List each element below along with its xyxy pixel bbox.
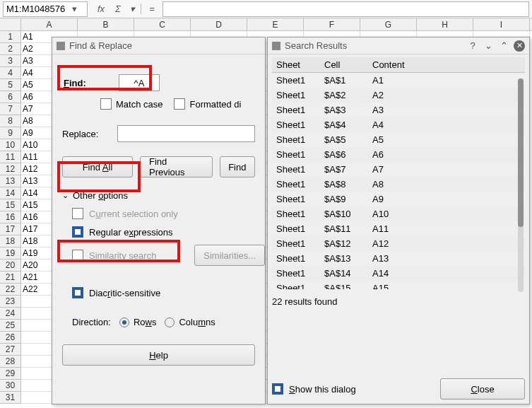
match-case-checkbox[interactable]: Match case bbox=[100, 98, 162, 110]
row-header[interactable]: 4 bbox=[0, 67, 21, 79]
collapse-icon[interactable]: ⌄ bbox=[483, 40, 494, 51]
col-header[interactable]: E bbox=[247, 18, 304, 30]
row-header[interactable]: 11 bbox=[0, 151, 21, 163]
rows-radio[interactable]: Rows bbox=[119, 317, 157, 327]
row-header[interactable]: 3 bbox=[0, 55, 21, 67]
close-icon[interactable]: ✕ bbox=[514, 40, 525, 52]
row-header[interactable]: 17 bbox=[0, 223, 21, 235]
row-header[interactable]: 25 bbox=[0, 320, 21, 332]
row-header[interactable]: 10 bbox=[0, 139, 21, 151]
other-options-toggle[interactable]: ⌄ Other options bbox=[62, 190, 255, 201]
chevron-down-icon[interactable]: ▾ bbox=[65, 4, 84, 14]
row-header[interactable]: 26 bbox=[0, 332, 21, 344]
replace-label: Replace: bbox=[62, 129, 112, 139]
result-row[interactable]: Sheet1$A$2A2 bbox=[272, 88, 525, 103]
result-row[interactable]: Sheet1$A$11A11 bbox=[272, 221, 525, 236]
row-header[interactable]: 9 bbox=[0, 127, 21, 139]
result-row[interactable]: Sheet1$A$6A6 bbox=[272, 147, 525, 162]
result-row[interactable]: Sheet1$A$5A5 bbox=[272, 132, 525, 147]
row-header[interactable]: 16 bbox=[0, 211, 21, 223]
equals-icon[interactable]: = bbox=[146, 4, 158, 14]
row-header[interactable]: 15 bbox=[0, 199, 21, 211]
scrollbar[interactable] bbox=[518, 78, 524, 292]
find-next-button[interactable]: Find bbox=[220, 156, 255, 177]
row-header[interactable]: 24 bbox=[0, 308, 21, 320]
regex-checkbox[interactable]: Regular expressions bbox=[72, 226, 255, 238]
col-header[interactable]: D bbox=[191, 18, 247, 30]
fx-icon[interactable]: fx bbox=[95, 4, 107, 14]
select-all-corner[interactable] bbox=[0, 18, 21, 30]
results-rows: Sheet1$A$1A1Sheet1$A$2A2Sheet1$A$3A3Shee… bbox=[272, 73, 525, 289]
app-icon bbox=[57, 42, 65, 50]
find-all-button[interactable]: Find All bbox=[62, 156, 133, 177]
expand-icon[interactable]: ⌃ bbox=[498, 40, 509, 51]
col-header[interactable]: I bbox=[473, 18, 530, 30]
result-row[interactable]: Sheet1$A$10A10 bbox=[272, 206, 525, 221]
find-input[interactable]: ^A bbox=[119, 74, 160, 91]
row-header[interactable]: 5 bbox=[0, 79, 21, 91]
row-header[interactable]: 6 bbox=[0, 91, 21, 103]
row-header[interactable]: 30 bbox=[0, 380, 21, 392]
diacritic-checkbox[interactable]: Diacritic-sensitive bbox=[72, 287, 255, 298]
col-header[interactable]: B bbox=[78, 18, 134, 30]
row-header[interactable]: 31 bbox=[0, 392, 21, 404]
col-header[interactable]: H bbox=[417, 18, 473, 30]
replace-input[interactable] bbox=[117, 125, 255, 142]
direction-label: Direction: bbox=[72, 317, 111, 327]
col-header[interactable]: F bbox=[304, 18, 360, 30]
formatted-display-checkbox[interactable]: Formatted di bbox=[174, 98, 241, 110]
radio-icon bbox=[165, 317, 175, 327]
result-row[interactable]: Sheet1$A$4A4 bbox=[272, 117, 525, 132]
help-button[interactable]: Help bbox=[62, 344, 255, 366]
find-previous-button[interactable]: Find Previous bbox=[140, 156, 213, 177]
result-row[interactable]: Sheet1$A$14A14 bbox=[272, 266, 525, 281]
row-header[interactable]: 22 bbox=[0, 284, 21, 296]
row-header[interactable]: 27 bbox=[0, 344, 21, 356]
col-header[interactable]: G bbox=[360, 18, 417, 30]
row-header[interactable]: 13 bbox=[0, 175, 21, 187]
scrollbar-thumb[interactable] bbox=[518, 78, 524, 227]
row-header[interactable]: 19 bbox=[0, 247, 21, 260]
row-header[interactable]: 8 bbox=[0, 115, 21, 127]
row-header[interactable]: 2 bbox=[0, 43, 21, 55]
row-header[interactable]: 20 bbox=[0, 260, 21, 272]
row-header[interactable]: 1 bbox=[0, 31, 21, 43]
row-header[interactable]: 12 bbox=[0, 163, 21, 175]
checkbox-icon bbox=[100, 98, 112, 110]
close-button[interactable]: Close bbox=[440, 378, 525, 400]
row-header[interactable]: 29 bbox=[0, 368, 21, 380]
result-row[interactable]: Sheet1$A$13A13 bbox=[272, 251, 525, 266]
chevron-down-icon: ⌄ bbox=[62, 191, 69, 200]
row-header[interactable]: 21 bbox=[0, 272, 21, 284]
result-row[interactable]: Sheet1$A$15A15 bbox=[272, 281, 525, 289]
current-selection-checkbox[interactable]: Current selection only bbox=[72, 208, 255, 219]
col-header[interactable]: A bbox=[21, 18, 78, 30]
name-box[interactable]: M1:M1048576 ▾ bbox=[3, 1, 88, 17]
result-row[interactable]: Sheet1$A$9A9 bbox=[272, 192, 525, 206]
show-dialog-checkbox[interactable]: Show this dialog bbox=[272, 383, 356, 395]
col-sheet[interactable]: Sheet bbox=[272, 59, 320, 70]
similarities-button[interactable]: Similarities... bbox=[194, 245, 265, 266]
col-header[interactable]: C bbox=[134, 18, 191, 30]
similarity-checkbox[interactable]: Similarity search bbox=[72, 250, 156, 261]
result-row[interactable]: Sheet1$A$1A1 bbox=[272, 73, 525, 88]
col-content[interactable]: Content bbox=[368, 59, 525, 70]
row-header[interactable]: 14 bbox=[0, 187, 21, 199]
columns-radio[interactable]: Columns bbox=[165, 317, 215, 327]
result-row[interactable]: Sheet1$A$7A7 bbox=[272, 162, 525, 177]
find-replace-titlebar[interactable]: Find & Replace bbox=[52, 37, 265, 54]
row-header[interactable]: 28 bbox=[0, 356, 21, 368]
row-header[interactable]: 7 bbox=[0, 103, 21, 115]
checkbox-icon bbox=[272, 383, 283, 395]
result-row[interactable]: Sheet1$A$3A3 bbox=[272, 103, 525, 117]
sigma-icon[interactable]: Σ bbox=[112, 4, 124, 14]
column-headers: A B C D E F G H I bbox=[0, 18, 532, 31]
result-row[interactable]: Sheet1$A$12A12 bbox=[272, 236, 525, 251]
result-row[interactable]: Sheet1$A$8A8 bbox=[272, 177, 525, 192]
help-icon[interactable]: ? bbox=[467, 40, 478, 51]
row-header[interactable]: 18 bbox=[0, 235, 21, 247]
col-cell[interactable]: Cell bbox=[320, 59, 368, 70]
search-results-titlebar[interactable]: Search Results ? ⌄ ⌃ ✕ bbox=[268, 37, 529, 54]
formula-input[interactable] bbox=[162, 1, 529, 17]
row-header[interactable]: 23 bbox=[0, 296, 21, 308]
